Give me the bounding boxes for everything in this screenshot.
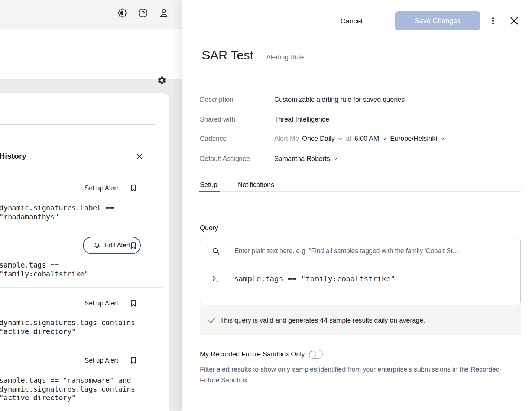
cancel-button[interactable]: Cancel	[316, 12, 387, 30]
query-validation-banner: This query is valid and generates 44 sam…	[200, 305, 521, 335]
divider	[0, 344, 163, 344]
toggle-knob	[309, 351, 316, 357]
history-item-actions: Set up Alert	[85, 356, 137, 365]
terminal-prompt-icon	[211, 274, 220, 283]
tab-notifications[interactable]: Notifications	[238, 181, 274, 189]
bell-icon	[93, 242, 101, 249]
query-line: "active directory"	[0, 327, 135, 336]
set-up-alert-button[interactable]: Set up Alert	[85, 300, 118, 307]
query-line: dynamic.signatures.tags contains	[0, 385, 135, 394]
cadence-at-label: at	[346, 135, 351, 143]
divider	[0, 230, 163, 230]
user-profile-icon[interactable]	[158, 7, 169, 19]
query-line: sample.tags ==	[0, 261, 88, 270]
edit-alert-label: Edit Alert	[104, 242, 130, 249]
cadence-timezone-value: Europe/Helsinki	[390, 135, 437, 143]
divider	[0, 124, 155, 125]
chevron-down-icon	[332, 156, 338, 162]
query-code-row[interactable]: sample.tags == "family:cobaltstrike"	[200, 265, 520, 283]
history-query[interactable]: dynamic.signatures.label =="rhadamanthys…	[0, 204, 114, 221]
cadence-frequency-dropdown[interactable]: Once Daily	[302, 135, 343, 143]
cadence-time-value: 6:00 AM	[354, 135, 379, 143]
history-item-actions: Set up Alert	[85, 299, 137, 307]
active-tab-indicator	[200, 191, 220, 192]
sandbox-only-description: Filter alert results to show only sample…	[200, 364, 518, 386]
description-label: Description	[200, 96, 233, 104]
cadence-time-dropdown[interactable]: 6:00 AM	[354, 135, 387, 143]
check-icon	[207, 316, 216, 325]
history-item-actions	[129, 242, 137, 250]
rule-type-label: Alerting Rule	[266, 54, 304, 61]
sandbox-only-row: My Recorded Future Sandbox Only	[200, 350, 323, 359]
cadence-frequency-value: Once Daily	[302, 135, 335, 143]
background-page: History Set up Alert dynamic.signatures.…	[0, 0, 182, 411]
search-icon	[211, 247, 220, 256]
query-line: "active directory"	[0, 394, 135, 402]
default-assignee-value: Samantha Roberts	[274, 155, 338, 163]
plain-text-query-input[interactable]	[234, 247, 512, 255]
history-query[interactable]: dynamic.signatures.tags contains"active …	[0, 318, 135, 336]
tab-underline-track	[199, 191, 521, 192]
set-up-alert-button[interactable]: Set up Alert	[85, 357, 118, 365]
alerting-rule-editor-panel: Cancel Save Changes SAR Test Alerting Ru…	[182, 0, 532, 411]
theme-toggle-icon[interactable]	[117, 7, 128, 19]
query-section-label: Query	[200, 224, 218, 232]
assignee-dropdown[interactable]: Samantha Roberts	[274, 155, 338, 163]
bookmark-icon[interactable]	[129, 184, 137, 192]
history-panel: History Set up Alert dynamic.signatures.…	[0, 93, 169, 411]
help-icon[interactable]	[137, 7, 149, 19]
validation-message: This query is valid and generates 44 sam…	[220, 317, 425, 324]
history-query[interactable]: sample.tags == "ransomware" anddynamic.s…	[0, 376, 135, 402]
set-up-alert-button[interactable]: Set up Alert	[85, 184, 118, 192]
history-query[interactable]: sample.tags =="family:cobaltstrike"	[0, 261, 88, 278]
close-panel-icon[interactable]	[509, 16, 519, 26]
divider	[0, 287, 163, 288]
query-line: "rhadamanthys"	[0, 213, 114, 221]
bookmark-icon[interactable]	[129, 299, 137, 307]
default-assignee-label: Default Assignee	[200, 155, 250, 163]
query-line: sample.tags == "ransomware" and	[0, 376, 135, 385]
divider	[0, 172, 163, 172]
chevron-down-icon	[439, 136, 445, 142]
query-line: dynamic.signatures.label ==	[0, 204, 114, 213]
query-line: dynamic.signatures.tags contains	[0, 318, 135, 327]
chevron-down-icon	[382, 136, 387, 142]
assignee-name: Samantha Roberts	[274, 155, 330, 163]
top-app-bar	[0, 0, 182, 29]
query-line: "family:cobaltstrike"	[0, 270, 88, 279]
description-value: Customizable alerting rule for saved que…	[274, 96, 405, 104]
cadence-value: Alert Me Once Daily at 6:00 AM Europe/He…	[274, 135, 445, 143]
settings-gear-icon[interactable]	[157, 75, 167, 85]
bookmark-icon[interactable]	[129, 356, 137, 365]
sandbox-only-label: My Recorded Future Sandbox Only	[200, 350, 305, 358]
history-item-actions: Set up Alert	[85, 184, 137, 192]
save-changes-button[interactable]: Save Changes	[395, 11, 480, 30]
shared-with-value: Threat Intelligence	[274, 116, 329, 123]
more-options-kebab-icon[interactable]	[489, 16, 497, 25]
history-panel-title: History	[0, 152, 26, 161]
screen: History Set up Alert dynamic.signatures.…	[0, 0, 532, 411]
query-builder: sample.tags == "family:cobaltstrike"	[200, 238, 521, 305]
sandbox-only-toggle[interactable]	[309, 350, 323, 359]
cadence-label: Cadence	[200, 135, 227, 143]
sub-toolbar	[0, 29, 182, 79]
plain-text-search-row	[200, 238, 520, 264]
query-code: sample.tags == "family:cobaltstrike"	[234, 274, 395, 283]
rule-title: SAR Test	[202, 48, 253, 62]
shared-with-label: Shared with	[200, 116, 235, 123]
tab-setup[interactable]: Setup	[200, 181, 217, 189]
cadence-prefix: Alert Me	[274, 135, 299, 143]
bookmark-icon[interactable]	[129, 242, 137, 250]
history-close-icon[interactable]	[135, 152, 144, 161]
cadence-timezone-dropdown[interactable]: Europe/Helsinki	[390, 135, 445, 143]
chevron-down-icon	[337, 136, 343, 142]
